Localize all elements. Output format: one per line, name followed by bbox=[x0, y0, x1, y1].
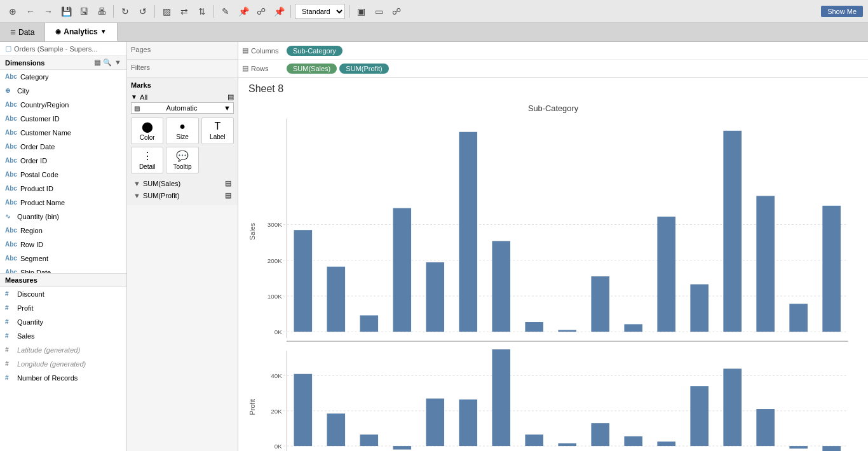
toolbar-icon-save[interactable]: 💾 bbox=[58, 4, 74, 19]
profit-bar-machines[interactable] bbox=[657, 441, 675, 446]
dim-item-product-name[interactable]: AbcProduct Name bbox=[0, 196, 126, 210]
sales-bar-furnishings[interactable] bbox=[591, 276, 609, 332]
toolbar-icon-redo[interactable]: ↺ bbox=[135, 4, 151, 19]
dim-item-postal-code[interactable]: AbcPostal Code bbox=[0, 168, 126, 182]
meas-item-profit[interactable]: #Profit bbox=[0, 301, 126, 315]
profit-bars bbox=[294, 349, 841, 451]
dim-item-customer-name[interactable]: AbcCustomer Name bbox=[0, 126, 126, 140]
mark-color[interactable]: ⬤ Color bbox=[131, 118, 163, 144]
meas-item-latitude-generated[interactable]: #Latitude (generated) bbox=[0, 343, 126, 357]
profit-bar-furnishings[interactable] bbox=[591, 423, 609, 446]
dim-menu-icon[interactable]: ▼ bbox=[114, 58, 121, 67]
sales-bar-fasteners[interactable] bbox=[558, 330, 576, 332]
profit-bar-appliances[interactable] bbox=[327, 414, 345, 446]
profit-bar-fasteners[interactable] bbox=[558, 443, 576, 446]
profit-bar-labels[interactable] bbox=[624, 436, 642, 446]
dim-item-order-date[interactable]: AbcOrder Date bbox=[0, 140, 126, 154]
sales-bar-envelopes[interactable] bbox=[525, 322, 543, 332]
sum-profit-row[interactable]: ▼ SUM(Profit) ▤ bbox=[131, 189, 234, 201]
marks-type-select[interactable]: ▤ Automatic ▼ bbox=[131, 102, 234, 114]
dim-grid-icon[interactable]: ▤ bbox=[94, 58, 100, 67]
dim-item-quantity-(bin)[interactable]: ∿Quantity (bin) bbox=[0, 210, 126, 224]
meas-item-discount[interactable]: #Discount bbox=[0, 287, 126, 301]
sum-sales-row[interactable]: ▼ SUM(Sales) ▤ bbox=[131, 177, 234, 189]
analytics-dropdown-icon[interactable]: ▼ bbox=[100, 28, 107, 35]
dim-item-row-id[interactable]: AbcRow ID bbox=[0, 238, 126, 252]
rows-pill-sales[interactable]: SUM(Sales) bbox=[287, 64, 337, 74]
dim-item-region[interactable]: AbcRegion bbox=[0, 224, 126, 238]
profit-bar-bookcases[interactable] bbox=[426, 398, 444, 446]
mark-tooltip[interactable]: 💬 Tooltip bbox=[166, 147, 198, 173]
dim-item-country/region[interactable]: AbcCountry/Region bbox=[0, 98, 126, 112]
sales-bar-paper[interactable] bbox=[690, 285, 709, 332]
profit-bar-paper[interactable] bbox=[690, 386, 709, 446]
profit-bar-art[interactable] bbox=[360, 434, 378, 446]
pages-label: Pages bbox=[131, 46, 234, 53]
view-dropdown[interactable]: Standard bbox=[295, 4, 345, 19]
sales-bar-storage[interactable] bbox=[756, 196, 775, 332]
sales-bar-appliances[interactable] bbox=[327, 267, 345, 332]
dim-item-product-id[interactable]: AbcProduct ID bbox=[0, 182, 126, 196]
sales-bar-machines[interactable] bbox=[657, 217, 675, 332]
sales-bar-accessories[interactable] bbox=[294, 230, 313, 332]
profit-bar-storage[interactable] bbox=[756, 409, 775, 446]
profit-bar-tables[interactable] bbox=[822, 446, 841, 451]
toolbar-icon-swap[interactable]: ⇄ bbox=[177, 4, 192, 19]
meas-item-sales[interactable]: #Sales bbox=[0, 329, 126, 343]
toolbar-icon-move[interactable]: ⊕ bbox=[5, 4, 20, 19]
toolbar-icon-chart[interactable]: ▣ bbox=[353, 4, 369, 19]
dim-item-segment[interactable]: AbcSegment bbox=[0, 252, 126, 266]
profit-bar-copiers[interactable] bbox=[492, 349, 510, 446]
meas-label: Sales bbox=[17, 330, 35, 342]
show-me-button[interactable]: Show Me bbox=[821, 6, 863, 17]
mark-detail[interactable]: ⋮ Detail bbox=[131, 147, 163, 173]
tab-analytics[interactable]: ◉ Analytics ▼ bbox=[45, 23, 117, 41]
profit-bar-accessories[interactable] bbox=[294, 374, 313, 446]
sales-bar-supplies[interactable] bbox=[789, 304, 808, 332]
toolbar-icon-tooltip[interactable]: ☍ bbox=[254, 4, 269, 19]
toolbar-icon-save2[interactable]: 🖫 bbox=[76, 4, 92, 19]
mark-size[interactable]: ● Size bbox=[166, 118, 198, 144]
profit-bar-chairs[interactable] bbox=[459, 400, 477, 446]
sales-bar-chairs[interactable] bbox=[459, 132, 477, 332]
dim-item-city[interactable]: ⊕City bbox=[0, 84, 126, 98]
columns-pill[interactable]: Sub-Category bbox=[287, 46, 342, 56]
toolbar-icon-bar[interactable]: ▨ bbox=[159, 4, 174, 19]
dim-item-customer-id[interactable]: AbcCustomer ID bbox=[0, 112, 126, 126]
meas-item-number-of-records[interactable]: #Number of Records bbox=[0, 371, 126, 385]
color-icon: ⬤ bbox=[142, 121, 153, 133]
toolbar-icon-annotation[interactable]: 📌 bbox=[236, 4, 251, 19]
dim-label: Product ID bbox=[20, 183, 53, 194]
toolbar-icon-undo[interactable]: ↻ bbox=[118, 4, 133, 19]
dim-search-icon[interactable]: 🔍 bbox=[103, 58, 112, 67]
sales-bar-tables[interactable] bbox=[822, 206, 841, 332]
sales-bar-labels[interactable] bbox=[624, 324, 642, 332]
profit-bar-envelopes[interactable] bbox=[525, 434, 543, 446]
toolbar-icon-back[interactable]: ← bbox=[23, 4, 38, 19]
tab-data[interactable]: ☰ Data bbox=[0, 23, 45, 41]
meas-item-measure-values[interactable]: #Measure Values bbox=[0, 385, 126, 389]
profit-bar-binders[interactable] bbox=[393, 446, 411, 450]
dim-item-ship-date[interactable]: AbcShip Date bbox=[0, 266, 126, 273]
toolbar-icon-print[interactable]: 🖶 bbox=[94, 4, 109, 19]
meas-item-quantity[interactable]: #Quantity bbox=[0, 315, 126, 329]
toolbar-icon-device[interactable]: ▭ bbox=[371, 4, 386, 19]
dim-item-category[interactable]: AbcCategory bbox=[0, 70, 126, 84]
toolbar-icon-share[interactable]: ☍ bbox=[389, 4, 404, 19]
sales-bar-phones[interactable] bbox=[723, 131, 742, 332]
toolbar-icon-pin[interactable]: 📌 bbox=[271, 4, 287, 19]
toolbar-icon-sort[interactable]: ⇅ bbox=[194, 4, 210, 19]
sales-bar-bookcases[interactable] bbox=[426, 262, 444, 332]
svg-text:300K: 300K bbox=[268, 221, 282, 228]
toolbar-icon-highlight[interactable]: ✎ bbox=[218, 4, 233, 19]
profit-bar-supplies[interactable] bbox=[789, 446, 808, 448]
sales-bar-art[interactable] bbox=[360, 315, 378, 332]
rows-pill-profit[interactable]: SUM(Profit) bbox=[339, 64, 388, 74]
sales-bar-binders[interactable] bbox=[393, 208, 411, 332]
sales-bar-copiers[interactable] bbox=[492, 241, 510, 332]
profit-bar-phones[interactable] bbox=[723, 368, 742, 446]
dim-item-order-id[interactable]: AbcOrder ID bbox=[0, 154, 126, 168]
toolbar-icon-forward[interactable]: → bbox=[41, 4, 56, 19]
mark-label[interactable]: T Label bbox=[201, 118, 234, 144]
meas-item-longitude-generated[interactable]: #Longitude (generated) bbox=[0, 357, 126, 371]
